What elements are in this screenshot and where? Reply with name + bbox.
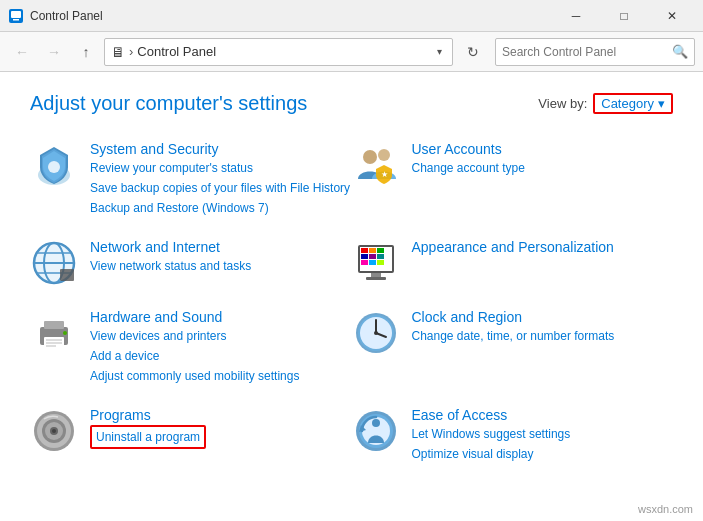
path-label: Control Panel [137,44,216,59]
user-accounts-icon: ★ [352,141,400,189]
page-header: Adjust your computer's settings View by:… [30,92,673,115]
svg-point-4 [48,161,60,173]
hardware-link-2[interactable]: Add a device [90,347,299,365]
programs-title[interactable]: Programs [90,407,206,423]
window-controls: ─ □ ✕ [553,0,695,32]
search-icon[interactable]: 🔍 [672,44,688,59]
svg-point-50 [372,419,380,427]
svg-rect-23 [361,260,368,265]
clock-icon [352,309,400,357]
programs-content: Programs Uninstall a program [90,407,206,449]
category-programs: Programs Uninstall a program [30,401,352,469]
view-by-chevron-icon: ▾ [658,96,665,111]
svg-rect-32 [46,342,62,344]
network-content: Network and Internet View network status… [90,239,251,275]
user-accounts-link-1[interactable]: Change account type [412,159,525,177]
view-by-value: Category [601,96,654,111]
svg-rect-31 [46,339,62,341]
hardware-content: Hardware and Sound View devices and prin… [90,309,299,385]
ease-link-1[interactable]: Let Windows suggest settings [412,425,571,443]
network-icon [30,239,78,287]
ease-title[interactable]: Ease of Access [412,407,571,423]
svg-rect-20 [361,254,368,259]
hardware-icon [30,309,78,357]
category-clock: Clock and Region Change date, time, or n… [352,303,674,391]
svg-rect-14 [60,269,74,281]
path-icon: 🖥 [111,44,125,60]
category-user-accounts: ★ User Accounts Change account type [352,135,674,223]
titlebar: Control Panel ─ □ ✕ [0,0,703,32]
user-accounts-title[interactable]: User Accounts [412,141,525,157]
address-chevron: ▾ [433,46,446,57]
programs-link-1[interactable]: Uninstall a program [90,425,206,449]
maximize-button[interactable]: □ [601,0,647,32]
category-appearance: Appearance and Personalization [352,233,674,293]
view-by-control: View by: Category ▾ [538,93,673,114]
svg-rect-19 [377,248,384,253]
clock-title[interactable]: Clock and Region [412,309,615,325]
main-content: Adjust your computer's settings View by:… [0,72,703,521]
hardware-link-1[interactable]: View devices and printers [90,327,299,345]
path-separator: › [129,44,133,59]
svg-point-40 [374,331,378,335]
system-security-link-1[interactable]: Review your computer's status [90,159,350,177]
svg-rect-25 [377,260,384,265]
svg-rect-27 [366,277,386,280]
back-button[interactable]: ← [8,38,36,66]
search-input[interactable] [502,45,672,59]
system-security-link-2[interactable]: Save backup copies of your files with Fi… [90,179,350,197]
system-security-content: System and Security Review your computer… [90,141,350,217]
up-button[interactable]: ↑ [72,38,100,66]
hardware-link-3[interactable]: Adjust commonly used mobility settings [90,367,299,385]
svg-rect-24 [369,260,376,265]
view-by-label: View by: [538,96,587,111]
svg-point-5 [363,150,377,164]
ease-link-2[interactable]: Optimize visual display [412,445,571,463]
programs-icon [30,407,78,455]
appearance-title[interactable]: Appearance and Personalization [412,239,614,255]
minimize-button[interactable]: ─ [553,0,599,32]
svg-rect-21 [369,254,376,259]
window-title: Control Panel [30,9,553,23]
page-title: Adjust your computer's settings [30,92,307,115]
user-accounts-content: User Accounts Change account type [412,141,525,177]
refresh-button[interactable]: ↻ [459,38,487,66]
system-security-icon [30,141,78,189]
svg-rect-18 [369,248,376,253]
svg-rect-26 [371,273,381,277]
svg-rect-1 [11,11,21,18]
clock-content: Clock and Region Change date, time, or n… [412,309,615,345]
watermark: wsxdn.com [638,503,693,515]
ease-content: Ease of Access Let Windows suggest setti… [412,407,571,463]
category-system-security: System and Security Review your computer… [30,135,352,223]
addressbar: ← → ↑ 🖥 › Control Panel ▾ ↻ 🔍 [0,32,703,72]
svg-rect-2 [13,19,19,21]
system-security-link-3[interactable]: Backup and Restore (Windows 7) [90,199,350,217]
network-title[interactable]: Network and Internet [90,239,251,255]
ease-icon [352,407,400,455]
svg-text:★: ★ [380,170,387,179]
appearance-content: Appearance and Personalization [412,239,614,255]
category-hardware: Hardware and Sound View devices and prin… [30,303,352,391]
category-network: Network and Internet View network status… [30,233,352,293]
system-security-title[interactable]: System and Security [90,141,350,157]
svg-point-34 [63,331,67,335]
view-by-dropdown[interactable]: Category ▾ [593,93,673,114]
categories-grid: System and Security Review your computer… [30,135,673,469]
svg-rect-22 [377,254,384,259]
app-icon [8,8,24,24]
svg-rect-17 [361,248,368,253]
close-button[interactable]: ✕ [649,0,695,32]
forward-button[interactable]: → [40,38,68,66]
search-box[interactable]: 🔍 [495,38,695,66]
svg-point-6 [378,149,390,161]
appearance-icon [352,239,400,287]
network-link-1[interactable]: View network status and tasks [90,257,251,275]
svg-point-46 [52,429,56,433]
hardware-title[interactable]: Hardware and Sound [90,309,299,325]
svg-rect-29 [44,321,64,329]
clock-link-1[interactable]: Change date, time, or number formats [412,327,615,345]
address-path[interactable]: 🖥 › Control Panel ▾ [104,38,453,66]
svg-rect-33 [46,345,56,347]
category-ease: Ease of Access Let Windows suggest setti… [352,401,674,469]
